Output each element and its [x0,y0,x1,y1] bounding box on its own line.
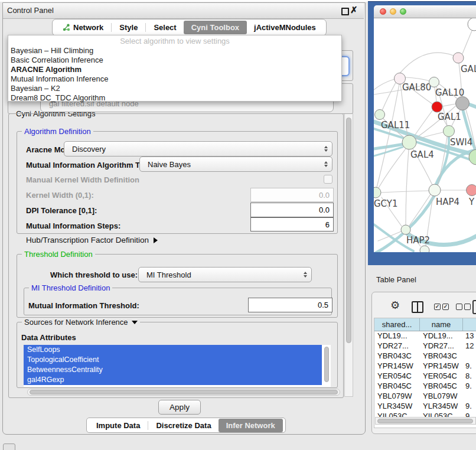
table-cell: YER054C [420,371,463,381]
close-panel-icon[interactable]: ✗ [350,5,358,15]
table-horizontal-scrollbar[interactable] [375,417,476,425]
node-gal1[interactable] [432,102,442,112]
aracne-mode-combo[interactable]: Discovery [64,141,332,156]
mi-threshold-input[interactable]: 0.5 [248,298,332,312]
algorithm-definition-title: Algorithm Definition [22,127,93,136]
network-edge [442,104,455,106]
mi-steps-input[interactable]: 6 [250,217,334,231]
node-swi4[interactable] [444,126,455,137]
node-label: Y [468,197,475,207]
settings-scrollbar-thumb[interactable] [346,118,351,343]
network-edge [374,79,395,90]
collapse-arrow-icon [132,321,138,324]
tab-select[interactable]: Select [146,21,183,34]
hub-definition-label: Hub/Transcription Factor Definition [26,236,149,244]
attribute-item-gal4rgexp[interactable]: gal4RGexp [24,375,322,385]
column-header-name[interactable]: name [420,318,463,331]
tab-discretize-data[interactable]: Discretize Data [149,419,218,432]
checked-box-icon: ✓ [442,304,449,310]
algorithm-option-dream8-dc-tdc-algorithm[interactable]: Dream8 DC_TDC Algorithm [8,93,341,103]
tab-jactivemnodules[interactable]: jActiveMNodules [247,21,323,34]
column-header-partial[interactable] [463,318,476,331]
table-row[interactable]: YPR145WYPR145W9. [374,361,476,371]
expand-arrow-icon [154,237,158,243]
tab-impute-data[interactable]: Impute Data [89,419,147,432]
algorithm-option-basic-correlation-inference[interactable]: Basic Correlation Inference [8,56,341,65]
attribute-item-betweennesscentrality[interactable]: BetweennessCentrality [24,365,322,375]
node-partial-bottom[interactable] [420,246,429,252]
manual-kernel-width-checkbox[interactable] [324,175,332,184]
table-row[interactable]: YLR345WYLR345W9. [374,401,476,411]
table-row[interactable]: YBR043CYBR043C [374,351,476,361]
settings-vertical-scrollbar[interactable] [344,113,353,397]
minimize-window-icon[interactable] [390,8,396,15]
float-panel-icon[interactable] [341,8,349,15]
table-cell: 9. [463,401,476,411]
zoom-window-icon[interactable] [400,8,406,15]
tab-separator [111,23,112,32]
table-cell: YDL19... [420,331,463,341]
kernel-width-input[interactable]: 0.0 [250,188,334,202]
node-gal11[interactable] [375,110,385,120]
network-edge [405,77,429,81]
table-header: shared...name [374,318,476,331]
split-columns-icon[interactable] [412,301,423,313]
table-row[interactable]: YBR045CYBR045C9. [374,381,476,391]
sources-group-title[interactable]: Sources for Network Inference [22,318,140,327]
panel-corner-button[interactable] [3,444,15,450]
which-threshold-combo[interactable]: MI Threshold [138,267,312,282]
network-window-titlebar[interactable] [374,5,476,18]
node-gal4[interactable] [402,135,416,149]
attribute-item-selfloops[interactable]: SelfLoops [24,345,322,355]
dpi-tolerance-input[interactable]: 0.0 [250,203,334,217]
algorithm-option-mutual-information-inference[interactable]: Mutual Information Inference [8,74,341,84]
table-row[interactable]: YER054CYER054C8. [374,371,476,381]
gear-icon[interactable]: ⚙ [390,300,400,311]
table-hscrollbar-thumb[interactable] [377,419,473,423]
algorithm-option-aracne-algorithm[interactable]: ARACNE Algorithm [8,65,341,74]
table-row[interactable]: YDL19...YDL19...13 [374,331,476,341]
table-cell: YLR345W [420,401,463,411]
node-gcy1[interactable] [374,187,381,198]
node-hap2[interactable] [401,225,410,234]
deselect-all-icon[interactable] [456,304,471,310]
node-label: GCY1 [374,198,398,209]
hscrollbar-thumb[interactable] [30,390,338,394]
tab-label: Cyni Toolbox [191,23,239,32]
mi-algorithm-type-combo[interactable]: Naive Bayes [139,156,332,172]
node-gal10[interactable] [429,77,439,87]
apply-button[interactable]: Apply [158,400,201,415]
tab-separator [148,421,148,430]
tab-style[interactable]: Style [112,21,145,34]
hub-definition-toggle[interactable]: Hub/Transcription Factor Definition [26,236,158,244]
attributes-list-scrollbar[interactable] [324,347,329,382]
select-all-icon[interactable]: ✓ ✓ [434,304,449,310]
tab-infer-network[interactable]: Infer Network [219,419,283,432]
attribute-item-topologicalcoefficient[interactable]: TopologicalCoefficient [24,355,322,365]
tab-cyni-toolbox[interactable]: Cyni Toolbox [184,21,247,34]
table-row[interactable]: YBL079WYBL079W [374,391,476,401]
table-options-icon[interactable] [472,300,476,314]
settings-horizontal-scrollbar[interactable] [27,389,340,396]
node-salmon[interactable] [467,185,476,196]
table-cell: 8. [463,371,476,381]
which-threshold-label: Which threshold to use: [50,270,138,279]
tab-label: jActiveMNodules [254,23,316,32]
close-window-icon[interactable] [380,8,386,15]
node-partial-top[interactable] [468,18,476,31]
node-gray[interactable] [456,97,470,110]
table-cell: YPR145W [420,361,463,371]
table-cell [463,351,476,361]
column-header-shared[interactable]: shared... [374,318,420,331]
tab-separator [145,23,146,32]
algorithm-option-bayesian-hill-climbing[interactable]: Bayesian – Hill Climbing [8,46,341,56]
table-row[interactable]: YDR27...YDR27...12 [374,341,476,351]
unchecked-box-icon [456,304,462,310]
table-cell: YDL19... [374,331,420,341]
node-gal-partial[interactable] [453,53,464,63]
tab-network[interactable]: Network [56,21,110,34]
network-canvas[interactable]: GALGAL80GAL10GAL1GAL11SWI4GAL4GCY1HAP4YH… [374,18,476,252]
node-label: GAL1 [438,112,461,122]
node-hap4[interactable] [429,184,441,196]
algorithm-option-bayesian-k2[interactable]: Bayesian – K2 [8,84,341,93]
